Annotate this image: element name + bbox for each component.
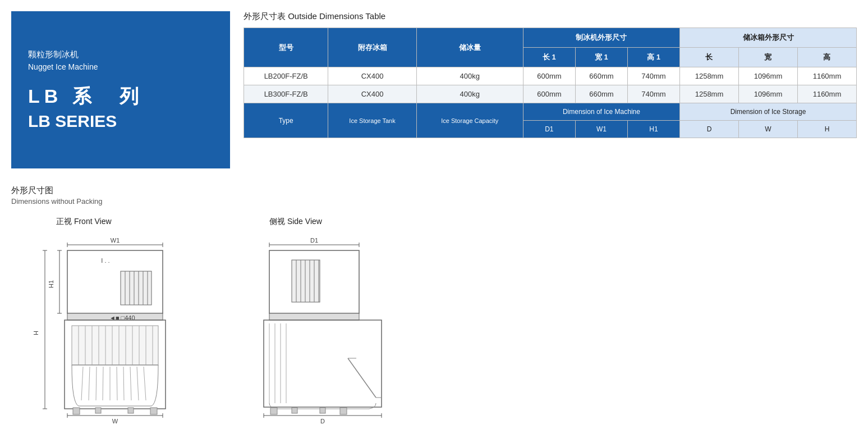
table-cell: 1258mm: [680, 85, 739, 103]
brand-box: 颗粒形制冰机 Nugget Ice Machine LB 系 列 LB SERI…: [11, 11, 230, 168]
col-w1-en: W1: [575, 121, 627, 138]
svg-line-42: [89, 367, 90, 400]
front-view-svg: W1 H1 H W: [22, 235, 202, 426]
col-model-cn: 型号: [244, 28, 328, 67]
table-cell: 1160mm: [797, 67, 856, 85]
svg-text:H1: H1: [48, 280, 54, 288]
col-h-en: H: [797, 121, 856, 138]
col-d-en: D: [680, 121, 739, 138]
brand-series-en: LB SERIES: [28, 112, 213, 131]
dimensions-table: 型号 附存冰箱 储冰量 制冰机外形尺寸 储冰箱外形尺寸 长 1 宽 1 高 1 …: [244, 28, 857, 138]
svg-line-47: [123, 367, 124, 400]
svg-rect-54: [128, 408, 134, 413]
col-l-cn: 长: [680, 48, 739, 67]
col-w-en: W: [738, 121, 797, 138]
col-w1-cn: 宽 1: [575, 48, 627, 67]
side-view-canvas: D1 D: [236, 235, 398, 427]
brand-series-cn: LB 系 列: [28, 84, 213, 109]
svg-rect-51: [73, 408, 80, 414]
col-storage-dim-en: Dimension of Ice Storage: [680, 103, 857, 121]
svg-line-49: [137, 367, 139, 400]
table-cell: 740mm: [627, 85, 679, 103]
col-h1-cn: 高 1: [627, 48, 679, 67]
col-h-cn: 高: [797, 48, 856, 67]
table-title: 外形尺寸表 Outside Dimensions Table: [244, 11, 857, 22]
table-cell: 600mm: [523, 85, 575, 103]
table-cell: 660mm: [575, 67, 627, 85]
col-machine-dim-cn: 制冰机外形尺寸: [523, 28, 679, 48]
dim-title-cn: 外形尺寸图: [11, 185, 857, 196]
table-row: LB200F-FZ/BCX400400kg600mm660mm740mm1258…: [244, 67, 857, 85]
svg-line-44: [103, 367, 103, 400]
dim-title-en: Dimensions without Packing: [11, 197, 857, 206]
svg-line-77: [348, 358, 376, 398]
col-cap-cn: 储冰量: [416, 28, 523, 67]
side-view-block: 侧视 Side View D1 D: [236, 217, 398, 427]
front-view-label: 正视 Front View: [22, 217, 112, 227]
brand-subtitle-cn: 颗粒形制冰机: [28, 49, 213, 60]
svg-rect-52: [150, 408, 157, 414]
table-cell: CX400: [328, 67, 416, 85]
col-h1-en: H1: [627, 121, 679, 138]
front-view-canvas: W1 H1 H W: [22, 235, 202, 427]
front-view-block: 正视 Front View W1 H1: [22, 217, 202, 427]
svg-rect-82: [292, 408, 297, 413]
svg-rect-53: [95, 408, 101, 413]
svg-line-46: [117, 367, 117, 400]
table-cell: LB300F-FZ/B: [244, 85, 328, 103]
col-d1-en: D1: [523, 121, 575, 138]
table-cell: 400kg: [416, 85, 523, 103]
side-view-svg: D1 D: [236, 235, 398, 426]
svg-text:D1: D1: [310, 237, 318, 244]
svg-text:W: W: [112, 418, 118, 425]
col-w-cn: 宽: [738, 48, 797, 67]
table-cell: 1096mm: [738, 85, 797, 103]
svg-rect-71: [269, 313, 359, 320]
top-section: 颗粒形制冰机 Nugget Ice Machine LB 系 列 LB SERI…: [11, 11, 857, 168]
col-machine-dim-en: Dimension of Ice Machine: [523, 103, 679, 121]
svg-rect-80: [270, 408, 277, 414]
svg-text:W1: W1: [111, 237, 120, 244]
col-storage-dim-cn: 储冰箱外形尺寸: [680, 28, 857, 48]
brand-subtitle-en: Nugget Ice Machine: [28, 62, 213, 71]
table-cell: 660mm: [575, 85, 627, 103]
col-tank-en: Ice Storage Tank: [328, 103, 416, 138]
svg-line-48: [130, 367, 131, 400]
svg-rect-72: [264, 320, 382, 407]
svg-line-41: [81, 367, 83, 400]
col-tank-cn: 附存冰箱: [328, 28, 416, 67]
col-l1-cn: 长 1: [523, 48, 575, 67]
table-section: 外形尺寸表 Outside Dimensions Table 型号 附存冰箱 储…: [244, 11, 857, 168]
table-cell: CX400: [328, 85, 416, 103]
col-cap-en: Ice Storage Capacity: [416, 103, 523, 138]
svg-rect-81: [340, 408, 347, 414]
svg-text:D: D: [320, 418, 325, 425]
table-cell: LB200F-FZ/B: [244, 67, 328, 85]
table-row: LB300F-FZ/BCX400400kg600mm660mm740mm1258…: [244, 85, 857, 103]
diagrams-row: 正视 Front View W1 H1: [22, 217, 857, 427]
svg-rect-83: [320, 408, 325, 413]
table-cell: 1096mm: [738, 67, 797, 85]
table-cell: 1160mm: [797, 85, 856, 103]
svg-rect-28: [72, 326, 158, 365]
col-model-en: Type: [244, 103, 328, 138]
svg-line-43: [96, 367, 97, 400]
table-cell: 1258mm: [680, 67, 739, 85]
table-cell: 600mm: [523, 67, 575, 85]
svg-text:I        . .: I . .: [101, 257, 109, 264]
bottom-section: 外形尺寸图 Dimensions without Packing 正视 Fron…: [11, 185, 857, 427]
dim-title: 外形尺寸图 Dimensions without Packing: [11, 185, 857, 206]
svg-line-50: [144, 367, 146, 400]
side-view-label: 侧视 Side View: [236, 217, 322, 227]
table-cell: 400kg: [416, 67, 523, 85]
svg-text:H: H: [33, 331, 39, 335]
table-cell: 740mm: [627, 67, 679, 85]
